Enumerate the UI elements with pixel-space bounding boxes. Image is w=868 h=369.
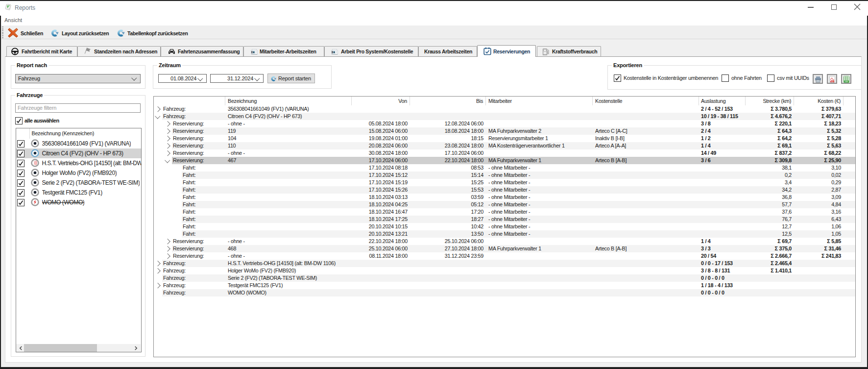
svg-text:CSV: CSV — [845, 81, 848, 83]
svg-text:PDF: PDF — [831, 81, 834, 83]
